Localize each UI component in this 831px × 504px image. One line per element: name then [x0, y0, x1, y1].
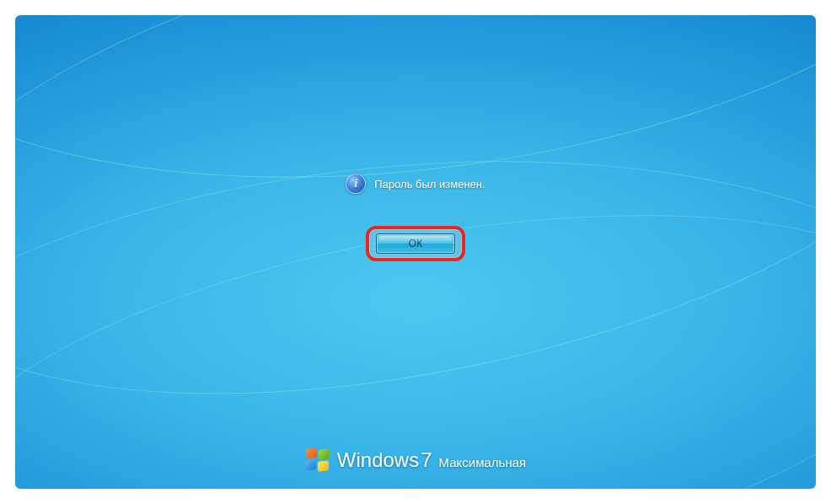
info-icon: i: [346, 174, 366, 194]
brand-edition: Максимальная: [439, 455, 527, 469]
ok-button[interactable]: ОК: [376, 233, 455, 254]
branding: Windows 7 Максимальная: [15, 448, 816, 472]
message-text: Пароль был изменен.: [374, 178, 485, 190]
button-area: ОК: [15, 226, 816, 261]
windows-logo-icon: [305, 448, 330, 472]
message-area: i Пароль был изменен.: [15, 174, 816, 194]
background-swoosh: [15, 103, 816, 489]
brand-text: Windows 7 Максимальная: [337, 448, 526, 472]
brand-version: 7: [421, 448, 432, 472]
login-screen: i Пароль был изменен. ОК Windows 7 Макси…: [15, 15, 816, 489]
background-swoosh: [15, 149, 816, 489]
annotation-highlight: ОК: [366, 226, 465, 261]
brand-name: Windows: [337, 448, 419, 472]
info-icon-glyph: i: [354, 177, 357, 190]
background-swoosh: [15, 15, 816, 247]
